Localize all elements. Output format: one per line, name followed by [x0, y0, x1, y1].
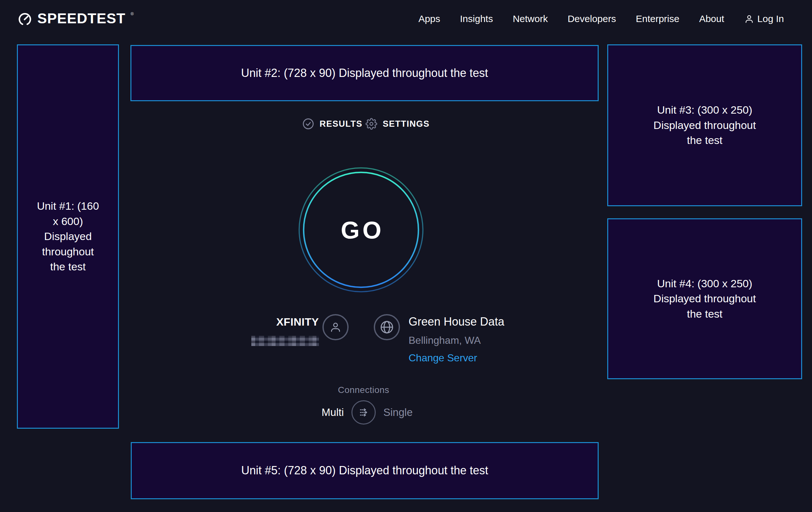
nav-item-developers[interactable]: Developers [568, 14, 616, 24]
change-server-link[interactable]: Change Server [409, 352, 477, 364]
nav-item-apps[interactable]: Apps [418, 14, 440, 24]
login-button[interactable]: Log In [744, 14, 784, 24]
nav-item-network[interactable]: Network [513, 14, 548, 24]
isp-name: XFINITY [276, 316, 319, 328]
server-name: Green House Data [409, 315, 504, 328]
ad-unit-4-label: Unit #4: (300 x 250) Displayed throughou… [647, 276, 762, 322]
gear-icon [366, 118, 377, 130]
connections-multi-option[interactable]: Multi [321, 406, 344, 419]
speedometer-icon [18, 12, 32, 26]
connections-toggle[interactable] [351, 400, 376, 425]
main-nav: Apps Insights Network Developers Enterpr… [418, 14, 784, 24]
nav-item-insights[interactable]: Insights [460, 14, 493, 24]
brand-name: SPEEDTEST [37, 11, 126, 26]
globe-icon [379, 319, 395, 335]
ad-unit-5-label: Unit #5: (728 x 90) Displayed throughout… [241, 462, 488, 479]
tab-results-label: RESULTS [320, 119, 362, 129]
nav-item-enterprise[interactable]: Enterprise [636, 14, 679, 24]
tab-settings-label: SETTINGS [383, 119, 430, 129]
multi-connection-arrows-icon [356, 405, 371, 420]
ad-unit-1-label: Unit #1: (160 x 600) Displayed throughou… [33, 198, 103, 274]
ad-unit-2-label: Unit #2: (728 x 90) Displayed throughout… [241, 65, 488, 81]
login-label: Log In [757, 14, 784, 24]
server-location: Bellingham, WA [409, 334, 481, 346]
isp-ip-redacted [251, 336, 319, 346]
connections-single-option[interactable]: Single [383, 406, 413, 419]
go-button[interactable]: GO [297, 166, 425, 294]
brand-trademark: ® [131, 12, 134, 16]
check-circle-icon [302, 118, 314, 130]
user-icon [329, 321, 342, 334]
isp-badge [322, 314, 349, 340]
nav-item-about[interactable]: About [699, 14, 724, 24]
go-button-label: GO [297, 166, 425, 294]
ad-unit-1[interactable]: Unit #1: (160 x 600) Displayed throughou… [17, 44, 119, 429]
speedtest-page: SPEEDTEST ® Apps Insights Network Develo… [0, 0, 812, 512]
ad-unit-5[interactable]: Unit #5: (728 x 90) Displayed throughout… [131, 442, 599, 499]
ad-unit-2[interactable]: Unit #2: (728 x 90) Displayed throughout… [130, 45, 599, 101]
brand-logo[interactable]: SPEEDTEST ® [18, 11, 134, 26]
tab-settings[interactable]: SETTINGS [366, 118, 430, 130]
tab-results[interactable]: RESULTS [302, 118, 362, 130]
ad-unit-3-label: Unit #3: (300 x 250) Displayed throughou… [647, 103, 762, 148]
connections-label: Connections [338, 385, 389, 395]
ad-unit-4[interactable]: Unit #4: (300 x 250) Displayed throughou… [607, 218, 802, 379]
top-nav-bar: SPEEDTEST ® Apps Insights Network Develo… [0, 0, 812, 38]
user-icon [744, 14, 754, 24]
server-badge [374, 314, 400, 340]
ad-unit-3[interactable]: Unit #3: (300 x 250) Displayed throughou… [607, 44, 802, 206]
